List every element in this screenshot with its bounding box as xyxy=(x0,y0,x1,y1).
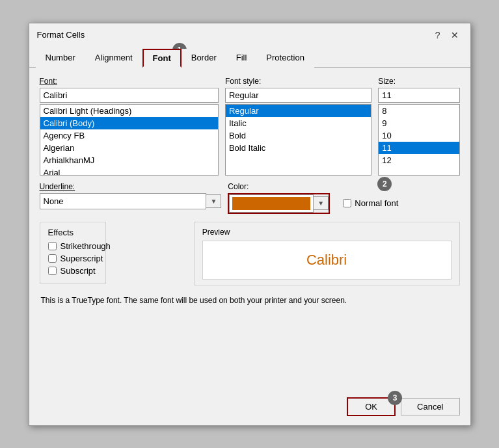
list-item[interactable]: 8 xyxy=(379,105,459,117)
ok-button-wrapper: OK 3 xyxy=(347,397,396,416)
underline-label: Underline: xyxy=(40,182,222,191)
info-text: This is a TrueType font. The same font w… xyxy=(40,296,460,305)
color-swatch[interactable] xyxy=(232,197,310,210)
underline-section: Underline: None Single Double Single Acc… xyxy=(40,182,222,209)
tab-bar: Number Alignment Font 1 Border Fill Prot… xyxy=(29,44,470,68)
font-label: Font: xyxy=(40,77,219,86)
tab-protection[interactable]: Protection xyxy=(256,49,314,68)
color-normalfont-section: Color: 2 ▼ Normal font xyxy=(228,182,459,214)
color-label: Color: xyxy=(228,182,459,191)
title-bar-controls: ? ✕ xyxy=(431,29,463,42)
font-style-label: Font style: xyxy=(225,77,371,86)
list-item[interactable]: Arial xyxy=(40,166,218,176)
tab-fill[interactable]: Fill xyxy=(226,49,257,68)
strikethrough-row[interactable]: Strikethrough xyxy=(48,241,98,251)
badge-3: 3 xyxy=(388,391,402,405)
content-area: Font: Calibri Light (Headings) Calibri (… xyxy=(29,68,470,391)
preview-section: Preview Calibri xyxy=(194,222,460,285)
effects-section: Effects Strikethrough Superscript Subscr… xyxy=(40,222,106,284)
list-item[interactable]: Bold xyxy=(226,129,371,142)
list-item[interactable]: 11 xyxy=(379,142,459,154)
preview-label: Preview xyxy=(202,228,452,237)
tab-font[interactable]: Font xyxy=(142,49,182,68)
list-item[interactable]: Agency FB xyxy=(40,129,218,142)
color-dropdown-button[interactable]: ▼ xyxy=(314,196,329,210)
font-list[interactable]: Calibri Light (Headings) Calibri (Body) … xyxy=(40,104,219,176)
color-swatch-box[interactable] xyxy=(229,194,314,213)
close-button[interactable]: ✕ xyxy=(447,29,463,42)
underline-dropdown-arrow[interactable]: ▼ xyxy=(206,194,221,208)
effects-wrapper: Effects Strikethrough Superscript Subscr… xyxy=(40,214,187,284)
normal-font-label[interactable]: Normal font xyxy=(355,198,398,208)
underline-select-row: None Single Double Single Accounting Dou… xyxy=(40,193,222,209)
normal-font-checkbox[interactable] xyxy=(343,199,351,207)
tab-number[interactable]: Number xyxy=(36,49,85,68)
font-column: Font: Calibri Light (Headings) Calibri (… xyxy=(40,77,219,176)
size-input[interactable] xyxy=(378,88,459,103)
font-input[interactable] xyxy=(40,88,219,103)
size-column: Size: 8 9 10 11 12 xyxy=(378,77,459,176)
normal-font-section: Normal font xyxy=(343,198,398,208)
subscript-label: Subscript xyxy=(61,266,96,276)
tab-alignment[interactable]: Alignment xyxy=(85,49,142,68)
subscript-checkbox[interactable] xyxy=(48,267,57,275)
list-item[interactable]: Italic xyxy=(226,117,371,129)
font-style-size-row: Font: Calibri Light (Headings) Calibri (… xyxy=(40,77,460,176)
strikethrough-checkbox[interactable] xyxy=(48,242,57,250)
size-list[interactable]: 8 9 10 11 12 xyxy=(378,104,459,176)
cancel-button[interactable]: Cancel xyxy=(401,398,459,415)
tab-font-wrapper: Font 1 xyxy=(142,48,182,67)
preview-text: Calibri xyxy=(306,252,347,269)
list-item[interactable]: 12 xyxy=(379,154,459,166)
size-label: Size: xyxy=(378,77,459,86)
preview-wrapper: Preview Calibri xyxy=(194,214,460,285)
footer: OK 3 Cancel xyxy=(29,391,470,425)
list-item[interactable]: Bold Italic xyxy=(226,142,371,154)
font-style-column: Font style: Regular Italic Bold Bold Ita… xyxy=(225,77,371,176)
font-style-list[interactable]: Regular Italic Bold Bold Italic xyxy=(225,104,371,176)
superscript-label: Superscript xyxy=(61,254,103,263)
preview-box: Calibri xyxy=(202,241,452,280)
list-item[interactable]: Algerian xyxy=(40,142,218,154)
underline-select[interactable]: None Single Double Single Accounting Dou… xyxy=(40,193,207,209)
color-selector: ▼ xyxy=(228,193,330,214)
format-cells-dialog: Format Cells ? ✕ Number Alignment Font 1… xyxy=(29,23,471,426)
font-style-input[interactable] xyxy=(225,88,371,103)
list-item[interactable]: Calibri Light (Headings) xyxy=(40,105,218,117)
list-item[interactable]: Regular xyxy=(226,105,371,117)
help-button[interactable]: ? xyxy=(431,29,444,42)
effects-preview-row: Effects Strikethrough Superscript Subscr… xyxy=(40,214,460,285)
list-item[interactable]: 10 xyxy=(379,129,459,142)
list-item[interactable]: 9 xyxy=(379,117,459,129)
badge-2: 2 xyxy=(377,177,392,191)
subscript-row[interactable]: Subscript xyxy=(48,266,98,276)
dialog-title: Format Cells xyxy=(37,30,85,40)
superscript-checkbox[interactable] xyxy=(48,254,57,263)
list-item[interactable]: Calibri (Body) xyxy=(40,117,218,129)
tab-border[interactable]: Border xyxy=(182,49,226,68)
list-item[interactable]: ArhialkhanMJ xyxy=(40,154,218,166)
color-badge-wrapper: Color: 2 ▼ Normal font xyxy=(228,182,459,214)
title-bar: Format Cells ? ✕ xyxy=(29,23,470,42)
strikethrough-label: Strikethrough xyxy=(61,241,111,251)
effects-title: Effects xyxy=(48,228,98,237)
superscript-row[interactable]: Superscript xyxy=(48,254,98,263)
